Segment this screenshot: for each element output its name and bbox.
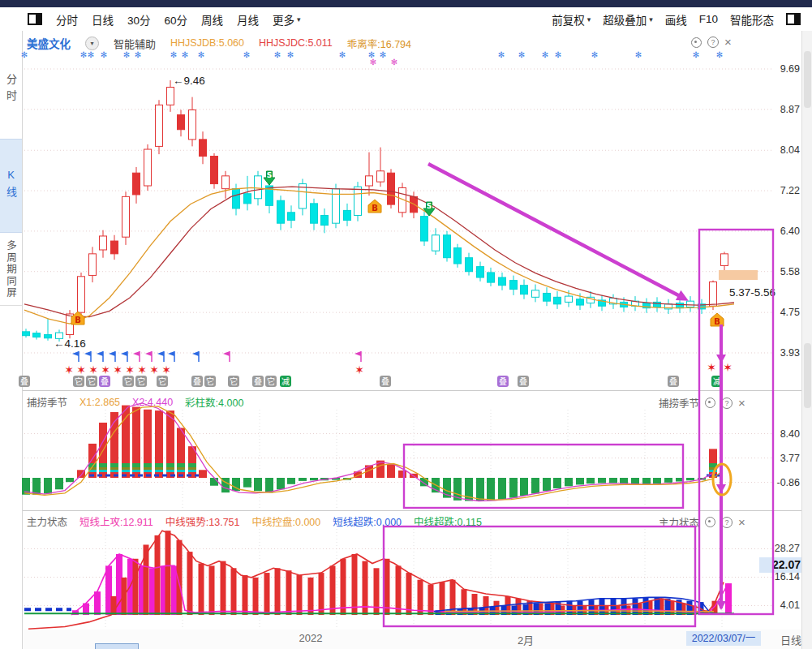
tab-60min[interactable]: 60分 [165,11,188,28]
axis-month-label: 2月 [505,632,546,647]
settings-icon[interactable] [705,398,715,408]
season-indicator-panel: 捕捞季节 X1:2.865 X2:4.440 彩柱数:4.000 捕捞季节 ? … [23,391,801,511]
sidebar-item-fenshi[interactable]: 分时 [0,65,22,115]
f10-button[interactable]: F10 [699,13,718,25]
main-toolbar: 分时 日线 30分 60分 周线 月线 更多▾ 前复权▾ 超级叠加▾ 画线 F1… [0,7,812,32]
kline-panel-controls: ? × [691,37,732,48]
tab-weekly[interactable]: 周线 [201,11,223,28]
help-icon[interactable]: ? [721,398,733,409]
force-short-oversold: 短线超跌:0.000 [333,514,402,529]
force-mid-strength: 中线强势:13.751 [165,514,240,529]
tab-more[interactable]: 更多▾ [273,11,301,28]
close-icon[interactable]: × [738,398,745,408]
main-force-panel: 主力状态 短线上攻:12.911 中线强势:13.751 中线控盘:0.000 … [23,511,801,630]
super-overlay-dropdown[interactable]: 超级叠加▾ [603,11,653,28]
layout-toggle-left-icon[interactable] [28,13,42,25]
indicator-bias: 乖离率:16.794 [347,36,411,51]
app-window: 分时 日线 30分 60分 周线 月线 更多▾ 前复权▾ 超级叠加▾ 画线 F1… [0,0,812,649]
season-x1: X1:2.865 [79,397,120,408]
force-mid-oversold: 中线超跌:0.115 [414,514,482,529]
close-icon[interactable]: × [738,518,745,527]
settings-icon[interactable] [691,37,702,48]
season-header: 捕捞季节 X1:2.865 X2:4.440 彩柱数:4.000 [27,394,243,410]
close-icon[interactable]: × [724,37,732,47]
current-value-badge: 22.07 [759,557,803,573]
tab-more-label: 更多 [273,11,294,28]
adjust-mode-dropdown[interactable]: 前复权▾ [552,11,591,28]
adjust-mode-label: 前复权 [552,11,585,28]
time-axis: 2022 2月 2022/03/07/一 日线 [23,630,801,649]
draw-line-button[interactable]: 画线 [665,11,687,28]
stock-name[interactable]: 美盛文化 [27,35,71,51]
axis-date-label: 2022/03/07/一 [686,631,761,646]
scrollbar-thumb[interactable] [804,51,811,108]
stock-dropdown-icon[interactable]: ▾ [85,37,99,50]
tab-fenshi[interactable]: 分时 [56,11,78,28]
layout-toggle-right-icon[interactable] [786,13,801,25]
super-overlay-label: 超级叠加 [603,11,647,28]
partial-popup-edge [95,643,139,649]
help-icon[interactable]: ? [707,37,719,48]
caret-down-icon: ▾ [297,15,301,24]
axis-year-label: 2022 [286,632,335,644]
smart-pattern-button[interactable]: 智能形态 [730,11,774,28]
force-short-attack: 短线上攻:12.911 [79,514,153,529]
pane-fill [36,15,41,24]
season-right-title: 捕捞季节 [659,395,699,410]
season-colorb-count: 彩柱数:4.000 [185,394,243,410]
tab-30min[interactable]: 30分 [127,11,151,28]
force-right-title: 主力状态 [659,514,699,530]
scrollbar-thumb[interactable] [804,343,811,408]
season-panel-controls: 捕捞季节 ? × [659,395,745,410]
right-scrollbar[interactable] [801,31,812,649]
kline-header: 美盛文化 ▾ 智能辅助 HHJSJDB:5.060 HHJSJDC:5.011 … [27,35,411,51]
left-sidebar: 分时 K线 多周期同屏 [0,31,23,649]
season-title: 捕捞季节 [27,394,67,410]
settings-icon[interactable] [705,517,715,527]
indicator-hhjsjdb: HHJSJDB:5.060 [170,37,244,49]
force-mid-control: 中线控盘:0.000 [252,514,321,529]
smart-assistant-label[interactable]: 智能辅助 [114,36,156,51]
sidebar-item-multi-period[interactable]: 多周期同屏 [0,234,22,306]
force-title: 主力状态 [27,514,67,529]
toolbar-left-group: 分时 日线 30分 60分 周线 月线 更多▾ [28,7,301,31]
pane-fill [794,15,799,24]
force-header: 主力状态 短线上攻:12.911 中线强势:13.751 中线控盘:0.000 … [27,514,482,529]
window-titlebar [0,0,812,7]
kline-panel: 美盛文化 ▾ 智能辅助 HHJSJDB:5.060 HHJSJDC:5.011 … [23,31,801,391]
help-icon[interactable]: ? [721,517,733,528]
sidebar-item-kline[interactable]: K线 [0,139,22,233]
caret-down-icon: ▾ [649,15,653,24]
caret-down-icon: ▾ [587,15,591,24]
toolbar-right-group: 前复权▾ 超级叠加▾ 画线 F10 智能形态 [552,7,801,31]
force-panel-controls: 主力状态 ? × [659,514,745,530]
tab-monthly[interactable]: 月线 [237,11,259,28]
indicator-hhjsjdc: HHJSJDC:5.011 [259,37,333,49]
tab-daily[interactable]: 日线 [92,11,114,28]
season-x2: X2:4.440 [132,397,173,408]
